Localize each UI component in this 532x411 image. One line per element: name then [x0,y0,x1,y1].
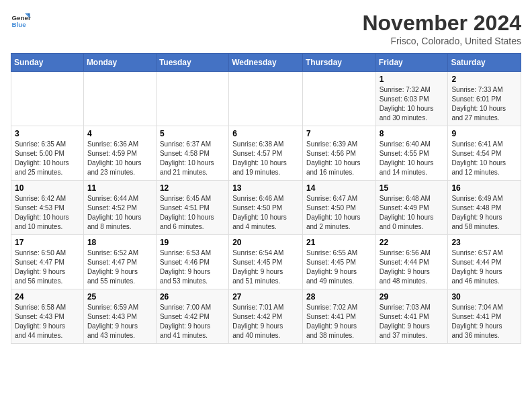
calendar-cell: 20Sunrise: 6:54 AM Sunset: 4:45 PM Dayli… [229,235,303,289]
calendar-cell: 3Sunrise: 6:35 AM Sunset: 5:00 PM Daylig… [11,126,84,181]
day-number: 25 [87,292,152,302]
day-number: 12 [160,183,225,193]
day-detail: Sunrise: 6:56 AM Sunset: 4:44 PM Dayligh… [380,248,445,286]
calendar-cell: 14Sunrise: 6:47 AM Sunset: 4:50 PM Dayli… [302,181,375,235]
day-number: 20 [232,238,299,247]
calendar-cell: 17Sunrise: 6:50 AM Sunset: 4:47 PM Dayli… [11,235,84,289]
month-title: November 2024 [362,11,521,36]
weekday-header: Saturday [448,54,521,72]
day-detail: Sunrise: 6:35 AM Sunset: 5:00 PM Dayligh… [15,140,80,177]
title-block: November 2024 Frisco, Colorado, United S… [362,11,521,46]
calendar-cell: 23Sunrise: 6:57 AM Sunset: 4:44 PM Dayli… [448,235,521,289]
day-number: 24 [15,292,80,302]
day-number: 28 [306,292,372,302]
day-number: 23 [451,238,517,247]
day-detail: Sunrise: 6:57 AM Sunset: 4:44 PM Dayligh… [451,248,517,286]
day-detail: Sunrise: 7:03 AM Sunset: 4:41 PM Dayligh… [380,303,445,340]
day-detail: Sunrise: 6:55 AM Sunset: 4:45 PM Dayligh… [306,248,372,286]
calendar-cell: 26Sunrise: 7:00 AM Sunset: 4:42 PM Dayli… [156,289,228,344]
day-number: 26 [160,292,225,302]
day-number: 29 [380,292,445,302]
day-number: 19 [160,238,225,247]
day-number: 3 [15,129,80,138]
calendar-cell: 30Sunrise: 7:04 AM Sunset: 4:41 PM Dayli… [448,289,521,344]
calendar-cell: 4Sunrise: 6:36 AM Sunset: 4:59 PM Daylig… [83,126,156,181]
weekday-header: Monday [83,54,156,72]
day-detail: Sunrise: 6:42 AM Sunset: 4:53 PM Dayligh… [15,194,80,232]
calendar-cell: 9Sunrise: 6:41 AM Sunset: 4:54 PM Daylig… [448,126,521,181]
calendar-cell: 7Sunrise: 6:39 AM Sunset: 4:56 PM Daylig… [302,126,375,181]
day-detail: Sunrise: 7:33 AM Sunset: 6:01 PM Dayligh… [451,85,517,123]
day-number: 30 [451,292,517,302]
day-detail: Sunrise: 6:48 AM Sunset: 4:49 PM Dayligh… [380,194,445,232]
day-detail: Sunrise: 6:46 AM Sunset: 4:50 PM Dayligh… [232,194,299,232]
weekday-header: Wednesday [229,54,303,72]
day-number: 2 [451,75,517,84]
calendar-cell: 18Sunrise: 6:52 AM Sunset: 4:47 PM Dayli… [83,235,156,289]
day-detail: Sunrise: 6:47 AM Sunset: 4:50 PM Dayligh… [306,194,372,232]
day-detail: Sunrise: 6:38 AM Sunset: 4:57 PM Dayligh… [232,140,299,177]
calendar-week-row: 17Sunrise: 6:50 AM Sunset: 4:47 PM Dayli… [11,235,521,289]
day-number: 27 [232,292,299,302]
day-detail: Sunrise: 6:58 AM Sunset: 4:43 PM Dayligh… [15,303,80,340]
day-number: 18 [87,238,152,247]
day-detail: Sunrise: 6:44 AM Sunset: 4:52 PM Dayligh… [87,194,152,232]
calendar-cell: 8Sunrise: 6:40 AM Sunset: 4:55 PM Daylig… [375,126,448,181]
day-number: 5 [160,129,225,138]
day-number: 13 [232,183,299,193]
weekday-header: Sunday [11,54,84,72]
day-number: 14 [306,183,372,193]
day-number: 1 [380,75,445,84]
day-detail: Sunrise: 6:39 AM Sunset: 4:56 PM Dayligh… [306,140,372,177]
calendar-cell: 27Sunrise: 7:01 AM Sunset: 4:42 PM Dayli… [229,289,303,344]
day-detail: Sunrise: 7:32 AM Sunset: 6:03 PM Dayligh… [380,85,445,123]
day-detail: Sunrise: 7:00 AM Sunset: 4:42 PM Dayligh… [160,303,225,340]
calendar-cell: 12Sunrise: 6:45 AM Sunset: 4:51 PM Dayli… [156,181,228,235]
day-number: 21 [306,238,372,247]
day-number: 8 [380,129,445,138]
calendar-cell: 19Sunrise: 6:53 AM Sunset: 4:46 PM Dayli… [156,235,228,289]
day-detail: Sunrise: 6:40 AM Sunset: 4:55 PM Dayligh… [380,140,445,177]
calendar-cell: 5Sunrise: 6:37 AM Sunset: 4:58 PM Daylig… [156,126,228,181]
calendar-cell: 13Sunrise: 6:46 AM Sunset: 4:50 PM Dayli… [229,181,303,235]
day-detail: Sunrise: 7:01 AM Sunset: 4:42 PM Dayligh… [232,303,299,340]
calendar-cell: 1Sunrise: 7:32 AM Sunset: 6:03 PM Daylig… [375,72,448,126]
location: Frisco, Colorado, United States [362,36,521,46]
day-detail: Sunrise: 6:50 AM Sunset: 4:47 PM Dayligh… [15,248,80,286]
day-number: 15 [380,183,445,193]
day-number: 4 [87,129,152,138]
page-header: General Blue November 2024 Frisco, Color… [11,11,521,46]
day-number: 11 [87,183,152,193]
day-detail: Sunrise: 6:45 AM Sunset: 4:51 PM Dayligh… [160,194,225,232]
day-number: 16 [451,183,517,193]
day-number: 22 [380,238,445,247]
calendar-cell [83,72,156,126]
calendar-cell: 15Sunrise: 6:48 AM Sunset: 4:49 PM Dayli… [375,181,448,235]
day-number: 7 [306,129,372,138]
day-detail: Sunrise: 6:41 AM Sunset: 4:54 PM Dayligh… [451,140,517,177]
day-detail: Sunrise: 6:54 AM Sunset: 4:45 PM Dayligh… [232,248,299,286]
logo-icon: General Blue [11,11,31,31]
calendar-cell: 10Sunrise: 6:42 AM Sunset: 4:53 PM Dayli… [11,181,84,235]
calendar-week-row: 10Sunrise: 6:42 AM Sunset: 4:53 PM Dayli… [11,181,521,235]
calendar-cell: 11Sunrise: 6:44 AM Sunset: 4:52 PM Dayli… [83,181,156,235]
day-detail: Sunrise: 6:37 AM Sunset: 4:58 PM Dayligh… [160,140,225,177]
calendar-cell: 16Sunrise: 6:49 AM Sunset: 4:48 PM Dayli… [448,181,521,235]
day-number: 17 [15,238,80,247]
day-detail: Sunrise: 7:04 AM Sunset: 4:41 PM Dayligh… [451,303,517,340]
calendar-cell: 22Sunrise: 6:56 AM Sunset: 4:44 PM Dayli… [375,235,448,289]
calendar-week-row: 3Sunrise: 6:35 AM Sunset: 5:00 PM Daylig… [11,126,521,181]
calendar-header-row: SundayMondayTuesdayWednesdayThursdayFrid… [11,54,521,72]
calendar-cell: 2Sunrise: 7:33 AM Sunset: 6:01 PM Daylig… [448,72,521,126]
calendar-cell: 24Sunrise: 6:58 AM Sunset: 4:43 PM Dayli… [11,289,84,344]
day-detail: Sunrise: 6:53 AM Sunset: 4:46 PM Dayligh… [160,248,225,286]
weekday-header: Thursday [302,54,375,72]
day-detail: Sunrise: 6:36 AM Sunset: 4:59 PM Dayligh… [87,140,152,177]
day-detail: Sunrise: 6:49 AM Sunset: 4:48 PM Dayligh… [451,194,517,232]
day-detail: Sunrise: 6:59 AM Sunset: 4:43 PM Dayligh… [87,303,152,340]
calendar-week-row: 1Sunrise: 7:32 AM Sunset: 6:03 PM Daylig… [11,72,521,126]
calendar-cell: 28Sunrise: 7:02 AM Sunset: 4:41 PM Dayli… [302,289,375,344]
calendar-cell: 25Sunrise: 6:59 AM Sunset: 4:43 PM Dayli… [83,289,156,344]
calendar-cell [229,72,303,126]
logo: General Blue [11,11,31,31]
